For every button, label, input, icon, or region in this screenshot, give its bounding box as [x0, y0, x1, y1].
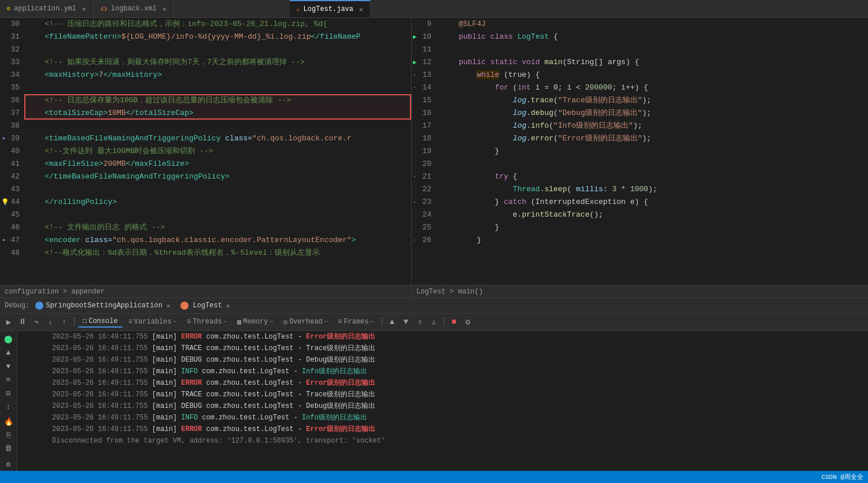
line-37: 37 — [10, 107, 20, 120]
console-line-6: 2023-05-26 16:49:11.755 [main] TRACE com… — [17, 389, 868, 400]
right-gutter: 9 ▶ 10 11 ▶ 12 - 13 — [412, 18, 436, 285]
breadcrumb-text: configuration > appender — [5, 288, 105, 296]
line-r13: 13 — [422, 69, 431, 81]
line-r11: 11 — [422, 43, 431, 56]
step-into-btn[interactable]: ↓ — [44, 315, 57, 328]
overhead-icon: ◎ — [283, 318, 287, 326]
settings-btn[interactable]: ⚙ — [461, 315, 474, 328]
close-icon[interactable]: ✕ — [162, 5, 167, 13]
line-42: 42 — [10, 170, 20, 183]
sidebar-filter2-btn[interactable]: ⊟ — [2, 387, 15, 399]
tab-frames[interactable]: ≡ Frames ↔ — [333, 317, 378, 327]
sidebar-trash-btn[interactable]: 🗑 — [2, 443, 15, 455]
sidebar-down-btn[interactable]: ▼ — [2, 360, 15, 372]
tab-overhead[interactable]: ◎ Overhead ↔ — [279, 317, 332, 328]
play-icon-12: ▶ — [413, 56, 417, 69]
debug-logtest-close[interactable]: ✕ — [226, 302, 230, 310]
console-line-4: 2023-05-26 16:49:11.755 [main] INFO com.… — [17, 366, 868, 377]
status-bar: CSDN @周全全 — [0, 471, 868, 483]
sidebar-settings-btn[interactable]: ⚙ — [2, 458, 15, 470]
line-36: 36 — [10, 94, 20, 107]
bottom-section: ⬤ ▲ ▼ ≡ ⊟ ↕ 🔥 ⎘ 🗑 ⚙ 2023-05-26 16:49:11.… — [0, 331, 868, 471]
left-editor-panel: 30 31 32 33 34 35 36 37 38 ▸ 39 40 41 42 — [0, 18, 412, 298]
line-r17: 17 — [422, 120, 431, 132]
tab-memory[interactable]: ▦ Memory ↔ — [232, 317, 278, 328]
bottom-panel: ▶ ⏸ ↷ ↓ ↑ □ Console ≡ Variables ↔ ≡ Thre… — [0, 314, 868, 471]
debug-logtest-tab[interactable]: LogTest — [193, 302, 221, 310]
debug-logtest-icon — [180, 302, 189, 310]
line-38: 38 — [10, 120, 20, 132]
scroll-down2-btn[interactable]: ⇓ — [427, 315, 440, 328]
tab-logtest-java[interactable]: ☕ LogTest.java ✕ — [290, 0, 371, 17]
sidebar-fold-btn[interactable]: ↕ — [2, 401, 15, 413]
fold-icon-13: - — [413, 69, 416, 81]
tab-label: logback.xml — [111, 5, 157, 13]
line-44: 44 — [10, 196, 20, 209]
threads-label: Threads — [193, 318, 221, 326]
close-icon[interactable]: ✕ — [359, 6, 363, 13]
variables-label: Variables — [134, 318, 172, 326]
line-30: 30 — [10, 18, 20, 31]
line-r24: 24 — [422, 209, 431, 221]
console-line-2: 2023-05-26 16:49:11.755 [main] TRACE com… — [17, 343, 868, 354]
scroll-up2-btn[interactable]: ⇑ — [413, 315, 426, 328]
debug-app-close[interactable]: ✕ — [167, 302, 171, 310]
frames-icon: ≡ — [338, 318, 342, 326]
line-r25: 25 — [422, 221, 431, 234]
sidebar-filter-btn[interactable]: ≡ — [2, 374, 15, 386]
frames-label: Frames — [343, 318, 368, 326]
step-out-btn[interactable]: ↑ — [58, 315, 71, 328]
overhead-label: Overhead — [289, 318, 323, 326]
lightbulb-icon: 💡 — [1, 196, 9, 209]
right-editor-panel: 9 ▶ 10 11 ▶ 12 - 13 — [412, 18, 868, 298]
right-breadcrumb: LogTest > main() — [412, 285, 868, 298]
line-r20: 20 — [422, 158, 431, 170]
left-sidebar: ⬤ ▲ ▼ ≡ ⊟ ↕ 🔥 ⎘ 🗑 ⚙ — [0, 331, 17, 471]
line-r12: 12 — [422, 56, 431, 69]
tab-bar: ⚙ application.yml ✕ ❮❯ logback.xml ✕ ☕ L… — [0, 0, 868, 18]
console-line-9: 2023-05-26 16:49:11.755 [main] ERROR com… — [17, 423, 868, 435]
line-48: 48 — [10, 247, 20, 259]
sidebar-fire-btn[interactable]: 🔥 — [2, 415, 15, 428]
tab-console[interactable]: □ Console — [78, 316, 123, 328]
tab-logback-xml[interactable]: ❮❯ logback.xml ✕ — [94, 0, 174, 17]
stop-btn[interactable]: ■ — [448, 315, 460, 328]
tab-threads[interactable]: ≡ Threads ↔ — [182, 317, 231, 327]
line-47: 47 — [10, 234, 20, 247]
xml-icon: ❮❯ — [101, 5, 108, 12]
console-label: Console — [88, 317, 117, 325]
line-35: 35 — [10, 81, 20, 94]
variables-icon: ≡ — [128, 318, 132, 326]
memory-icon: ▦ — [237, 318, 241, 326]
pause-btn[interactable]: ⏸ — [16, 315, 29, 328]
line-39: 39 — [10, 132, 20, 145]
console-toolbar: ▶ ⏸ ↷ ↓ ↑ □ Console ≡ Variables ↔ ≡ Thre… — [0, 314, 868, 331]
scroll-down-btn[interactable]: ▼ — [400, 315, 412, 328]
line-r18: 18 — [422, 132, 431, 145]
fold-icon-14: - — [413, 81, 416, 94]
console-line-3: 2023-05-26 16:49:11.755 [main] DEBUG com… — [17, 354, 868, 366]
debug-bar: Debug: SpringbootSettingApplication ✕ Lo… — [0, 298, 868, 313]
sidebar-up-btn[interactable]: ▲ — [2, 347, 15, 359]
sidebar-debug-btn[interactable]: ⬤ — [2, 333, 15, 345]
line-34: 34 — [10, 69, 20, 81]
resume-btn[interactable]: ▶ — [2, 315, 15, 328]
console-output[interactable]: 2023-05-26 16:49:11.755 [main] ERROR com… — [17, 331, 868, 471]
sidebar-copy-btn[interactable]: ⎘ — [2, 429, 15, 441]
bookmark-icon-39: ▸ — [2, 132, 6, 145]
tab-application-yml[interactable]: ⚙ application.yml ✕ — [0, 0, 94, 17]
line-32: 32 — [10, 43, 20, 56]
left-gutter: 30 31 32 33 34 35 36 37 38 ▸ 39 40 41 42 — [0, 18, 24, 285]
close-icon[interactable]: ✕ — [82, 5, 86, 13]
step-over-btn[interactable]: ↷ — [30, 315, 43, 328]
tab-variables[interactable]: ≡ Variables ↔ — [124, 317, 181, 327]
line-43: 43 — [10, 183, 20, 196]
play-icon-10: ▶ — [413, 31, 417, 43]
line-46: 46 — [10, 221, 20, 234]
scroll-up-btn[interactable]: ▲ — [386, 315, 398, 328]
status-right-text: CSDN @周全全 — [821, 473, 863, 481]
ide-window: ⚙ application.yml ✕ ❮❯ logback.xml ✕ ☕ L… — [0, 0, 868, 483]
line-33: 33 — [10, 56, 20, 69]
debug-app-name[interactable]: SpringbootSettingApplication — [46, 302, 162, 310]
debug-label: Debug: — [5, 302, 29, 310]
